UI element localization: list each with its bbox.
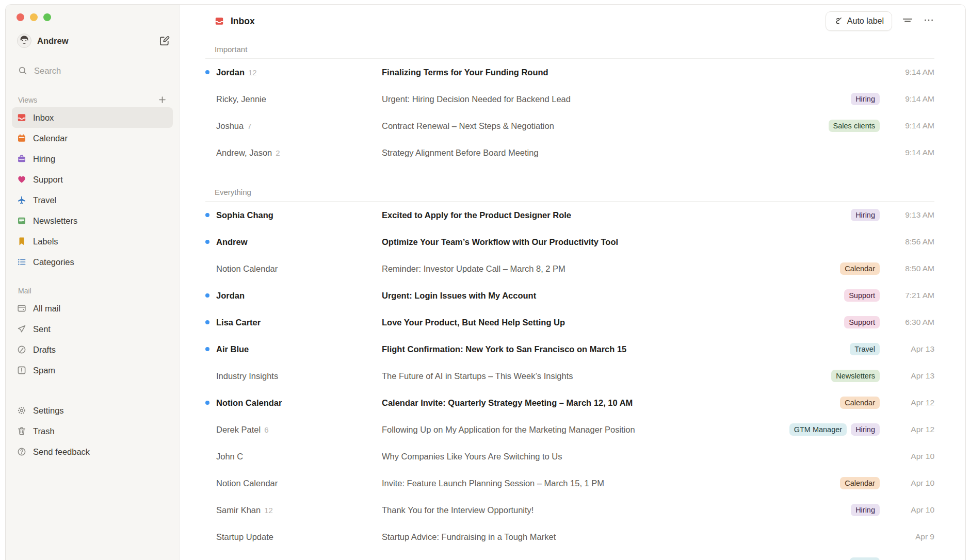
sidebar-item-label: Hiring [33,154,55,164]
filter-icon[interactable] [902,15,913,27]
sidebar-item-all-mail[interactable]: All mail [12,298,173,319]
mail-row[interactable]: Industry Insights The Future of AI in St… [205,363,934,389]
sidebar-item-hiring[interactable]: Hiring [12,149,173,169]
mail-row[interactable]: Joshua 7 Contract Renewal – Next Steps &… [205,112,934,139]
sender: Lisa Carter [216,318,261,327]
tags: Hiring [851,93,880,106]
mail-row[interactable]: Andrew Optimize Your Team’s Workflow wit… [205,228,934,255]
mail-row[interactable]: Startup Update Startup Advice: Fundraisi… [205,523,934,550]
sidebar-item-travel[interactable]: Travel [12,190,173,210]
sidebar-item-trash[interactable]: Trash [12,421,173,441]
allmail-icon [17,304,26,313]
tag-calendar[interactable]: Calendar [840,397,880,409]
sender: Andrew, Jason [216,148,272,158]
thread-count: 12 [264,506,273,515]
sidebar-item-inbox[interactable]: Inbox [12,107,173,128]
mail-row[interactable]: Notion Calendar Invite: Feature Launch P… [205,470,934,497]
sidebar-item-support[interactable]: Support [12,169,173,190]
mail-section-header: Mail [12,287,173,295]
tag-newsletters[interactable]: Newsletters [831,370,880,383]
calendar-icon [17,134,26,143]
sidebar-item-calendar[interactable]: Calendar [12,128,173,149]
tag-hiring[interactable]: Hiring [851,93,880,106]
subject: Urgent: Login Issues with My Account [382,291,838,301]
minimize-window-button[interactable] [30,13,38,21]
tags: Calendar [840,397,880,409]
app-window: Andrew Search Views Inbox Calendar [5,4,966,560]
bookmark-icon [17,237,26,246]
mail-row[interactable]: Notion Calendar Calendar Invite: Quarter… [205,389,934,416]
timestamp: Apr 13 [887,371,934,381]
sidebar-item-label: Trash [33,426,55,436]
sidebar-item-newsletters[interactable]: Newsletters [12,210,173,231]
avatar[interactable] [17,34,31,48]
tag-gtm-manager[interactable]: GTM Manager [789,423,847,436]
timestamp: 8:56 AM [887,237,934,246]
sidebar-item-label: Sent [33,324,51,334]
timestamp: Apr 10 [887,479,934,488]
sidebar-item-label: Newsletters [33,216,77,226]
sidebar-item-label: Inbox [33,113,54,123]
close-window-button[interactable] [17,13,24,21]
mail-row[interactable]: Jordan Urgent: Login Issues with My Acco… [205,282,934,309]
compose-icon[interactable] [159,36,170,46]
mail-row[interactable]: Lisa Carter Love Your Product, But Need … [205,309,934,336]
add-view-icon[interactable] [158,95,167,104]
sender: Notion Calendar [216,264,278,274]
tag-support[interactable]: Support [844,316,880,329]
mail-section: Everything Sophia Chang Excited to Apply… [205,188,934,560]
sidebar-item-label: Calendar [33,134,68,143]
sender: Notion Calendar [216,398,282,408]
mail-row[interactable]: Ricky, Jennie Urgent: Hiring Decision Ne… [205,86,934,112]
timestamp: Apr 10 [887,452,934,461]
timestamp: Apr 12 [887,398,934,407]
auto-label-button[interactable]: Auto label [826,11,892,31]
sidebar-item-categories[interactable]: Categories [12,252,173,272]
tag-sales-clients[interactable]: Sales clients [829,120,880,133]
tag-hiring[interactable]: Hiring [851,209,880,222]
tag-hiring[interactable]: Hiring [851,504,880,517]
mail-row[interactable]: Andrew, Jason 2 Strategy Alignment Befor… [205,139,934,166]
search-input[interactable]: Search [12,64,173,77]
tag-support[interactable]: Support [844,289,880,302]
sidebar-item-label: Send feedback [33,447,90,457]
auto-label-text: Auto label [847,17,884,26]
tag-travel[interactable]: Travel [850,557,880,560]
more-options-icon[interactable] [923,15,934,27]
tag-travel[interactable]: Travel [850,343,880,356]
zoom-window-button[interactable] [43,13,51,21]
mail-row[interactable]: Notion Calendar Reminder: Investor Updat… [205,255,934,282]
tag-hiring[interactable]: Hiring [851,423,880,436]
sidebar-item-label: Categories [33,257,74,267]
sender: Joshua [216,121,244,131]
subject: Strategy Alignment Before Board Meeting [382,148,874,158]
thread-count: 6 [264,425,268,434]
section-title: Everything [215,188,934,196]
drafts-icon [17,345,26,354]
sidebar-item-send-feedback[interactable]: Send feedback [12,441,173,462]
sidebar-item-spam[interactable]: Spam [12,360,173,381]
mail-row[interactable]: Air Blue Flight Confirmation: New York t… [205,336,934,363]
sidebar-item-labels[interactable]: Labels [12,231,173,252]
subject: Why Companies Like Yours Are Switching t… [382,452,874,462]
tags: Hiring [851,504,880,517]
mail-row[interactable]: Jordan 12 Finalizing Terms for Your Fund… [205,59,934,86]
mail-row[interactable]: Derek Patel 6 Following Up on My Applica… [205,416,934,443]
subject: Urgent: Hiring Decision Needed for Backe… [382,94,845,104]
tag-calendar[interactable]: Calendar [840,262,880,275]
sidebar-item-sent[interactable]: Sent [12,319,173,339]
sidebar-item-label: Travel [33,195,56,205]
account-row: Andrew [12,31,173,50]
sidebar-item-settings[interactable]: Settings [12,400,173,421]
mail-row[interactable]: Car Rentals Upgrade: Rental Details – Pi… [205,550,934,560]
timestamp: 9:13 AM [887,210,934,220]
tag-calendar[interactable]: Calendar [840,477,880,490]
subject: Invite: Feature Launch Planning Session … [382,479,834,488]
mail-row[interactable]: Samir Khan 12 Thank You for the Intervie… [205,497,934,523]
sidebar-item-drafts[interactable]: Drafts [12,339,173,360]
timestamp: 8:50 AM [887,264,934,273]
tags: Calendar [840,262,880,275]
mail-row[interactable]: John C Why Companies Like Yours Are Swit… [205,443,934,470]
sidebar-footer-list: Settings Trash Send feedback [12,400,173,462]
mail-row[interactable]: Sophia Chang Excited to Apply for the Pr… [205,202,934,228]
